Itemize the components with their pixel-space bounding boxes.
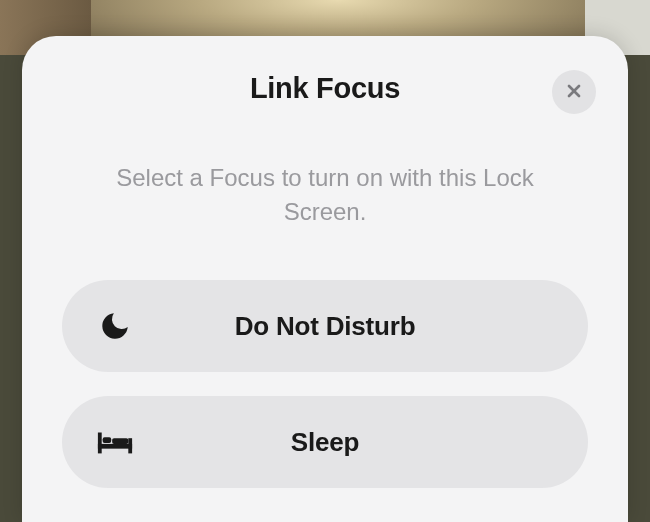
close-icon <box>564 81 584 104</box>
svg-rect-2 <box>98 433 102 454</box>
moon-icon <box>96 307 134 345</box>
sheet-header: Link Focus <box>62 72 588 105</box>
focus-option-label: Sleep <box>291 427 359 458</box>
sheet-subtitle: Select a Focus to turn on with this Lock… <box>62 161 588 228</box>
focus-option-sleep[interactable]: Sleep <box>62 396 588 488</box>
close-button[interactable] <box>552 70 596 114</box>
link-focus-sheet: Link Focus Select a Focus to turn on wit… <box>22 36 628 522</box>
svg-rect-6 <box>112 438 128 444</box>
focus-option-list: Do Not Disturb Sleep <box>62 280 588 488</box>
svg-rect-4 <box>98 444 132 449</box>
focus-option-label: Do Not Disturb <box>235 311 416 342</box>
sheet-title: Link Focus <box>62 72 588 105</box>
svg-rect-5 <box>103 437 112 443</box>
bed-icon <box>96 423 134 461</box>
focus-option-do-not-disturb[interactable]: Do Not Disturb <box>62 280 588 372</box>
